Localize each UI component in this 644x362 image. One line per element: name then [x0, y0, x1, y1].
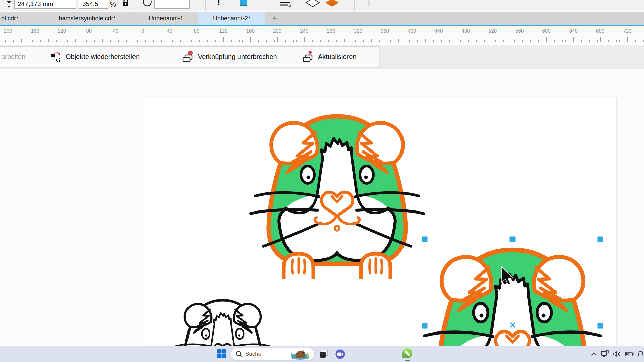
- ruler-label: 80: [86, 28, 92, 34]
- speaker-icon[interactable]: [613, 351, 621, 357]
- ruler-tick: [116, 37, 116, 42]
- diamond-filled-icon[interactable]: [325, 0, 339, 7]
- ruler-tick: [135, 40, 135, 42]
- ruler-tick: [388, 40, 388, 42]
- ruler-tick: [560, 39, 560, 42]
- teams-chat-icon[interactable]: [335, 349, 345, 359]
- ruler-tick: [608, 40, 609, 42]
- ruler-tick: [266, 40, 267, 42]
- ruler-tick: [205, 40, 205, 42]
- ruler-tick: [272, 40, 272, 42]
- tab-unbenannt-2[interactable]: Unbenannt-2*: [198, 12, 265, 25]
- ruler-tick: [245, 40, 245, 42]
- ruler-tick: [5, 40, 6, 42]
- ruler-tick: [89, 37, 89, 42]
- ruler-tick: [288, 40, 288, 42]
- ruler-tick: [641, 39, 641, 42]
- chevron-up-icon[interactable]: [590, 352, 597, 356]
- ruler-tick: [490, 40, 490, 42]
- ruler-tick: [226, 40, 226, 42]
- ruler-tick: [172, 40, 173, 42]
- ruler-tick: [124, 40, 124, 42]
- linked-object-toolbar: arbeiten Objekte wiederherstellen: [0, 46, 379, 67]
- taskbar-search-box[interactable]: Suche: [231, 348, 315, 360]
- ruler[interactable]: 2001601208040040801201602002402803203604…: [0, 26, 644, 43]
- ruler-tick: [183, 39, 183, 42]
- ruler-tick: [498, 40, 498, 42]
- ruler-tick: [512, 40, 512, 42]
- battery-charging-icon[interactable]: [625, 351, 634, 357]
- ruler-tick: [530, 40, 531, 42]
- ruler-label: 320: [354, 28, 362, 34]
- diamond-outline-icon[interactable]: [305, 0, 320, 7]
- ruler-tick: [353, 40, 353, 42]
- ruler-tick: [493, 37, 493, 42]
- ruler-tick: [202, 40, 202, 42]
- ruler-tick: [280, 40, 280, 42]
- ruler-tick: [487, 40, 487, 42]
- drawing-window[interactable]: [0, 69, 644, 346]
- ruler-tick: [86, 40, 87, 42]
- lock-ratio-icon[interactable]: [121, 0, 130, 7]
- ruler-tick: [536, 40, 536, 42]
- tab-ol-cdr[interactable]: ol.cdr*: [0, 12, 40, 25]
- rotation-angle-icon: [142, 0, 152, 7]
- ruler-tick: [581, 40, 582, 42]
- coreldraw-app-icon[interactable]: [402, 348, 413, 359]
- ruler-tick: [102, 39, 103, 42]
- tab-unbenannt-1[interactable]: Unbenannt-1: [135, 12, 198, 25]
- ruler-tick: [59, 40, 59, 42]
- ruler-tick: [140, 40, 140, 42]
- ruler-tick: [242, 40, 243, 42]
- ruler-tick: [401, 40, 401, 42]
- context-toolbar-strip: arbeiten Objekte wiederherstellen: [0, 43, 644, 69]
- scale-factor-field[interactable]: 354,5: [79, 0, 108, 9]
- ruler-label: 40: [113, 28, 119, 34]
- ruler-label: 600: [542, 28, 550, 34]
- ruler-tick: [113, 40, 113, 42]
- ruler-tick: [525, 40, 525, 42]
- ruler-tick: [439, 37, 439, 42]
- tab-hamstersymbole-cdr[interactable]: hamstersymbole.cdr*: [41, 12, 134, 25]
- ruler-tick: [606, 40, 606, 42]
- ruler-tick: [468, 40, 469, 42]
- page: [143, 98, 616, 346]
- ruler-tick: [412, 37, 412, 42]
- ruler-label: 440: [434, 28, 443, 34]
- ruler-tick: [339, 40, 339, 42]
- ruler-tick: [571, 40, 571, 42]
- ruler-tick: [253, 40, 253, 42]
- ruler-tick: [336, 40, 337, 42]
- break-link-button[interactable]: Verknüpfung unterbrechen: [181, 47, 277, 67]
- ruler-tick: [549, 40, 549, 42]
- ruler-label: 680: [596, 28, 604, 34]
- ruler-tick: [159, 40, 159, 42]
- object-height-field[interactable]: 247,173 mm: [14, 0, 76, 9]
- exclamation-icon[interactable]: !: [217, 0, 220, 8]
- rotation-angle-field[interactable]: [154, 0, 190, 9]
- ruler-tick: [449, 40, 450, 42]
- ruler-tick: [70, 40, 70, 42]
- ruler-tick: [385, 37, 385, 42]
- percent-label: %: [110, 1, 116, 8]
- refresh-button[interactable]: Aktualisieren: [301, 47, 357, 67]
- display-device-icon[interactable]: [601, 350, 609, 358]
- windows-start-icon[interactable]: [217, 349, 226, 358]
- ruler-tick: [600, 37, 601, 42]
- ruler-tick: [611, 40, 611, 42]
- bell-icon[interactable]: [637, 350, 644, 358]
- ruler-label: 160: [31, 28, 39, 34]
- ruler-tick: [444, 40, 444, 42]
- ruler-tick: [568, 40, 568, 42]
- new-document-tab-button[interactable]: +: [268, 12, 281, 25]
- ruler-tick: [643, 40, 644, 42]
- ruler-tick: [520, 37, 520, 42]
- ruler-tick: [557, 40, 557, 42]
- lines-icon[interactable]: [279, 0, 291, 7]
- restore-objects-button[interactable]: Objekte wiederherstellen: [50, 47, 140, 67]
- blue-swatch-icon[interactable]: [239, 0, 248, 6]
- task-view-icon[interactable]: [319, 349, 328, 358]
- ruler-tick: [625, 40, 625, 42]
- ruler-tick: [347, 40, 347, 42]
- ruler-tick: [344, 39, 345, 42]
